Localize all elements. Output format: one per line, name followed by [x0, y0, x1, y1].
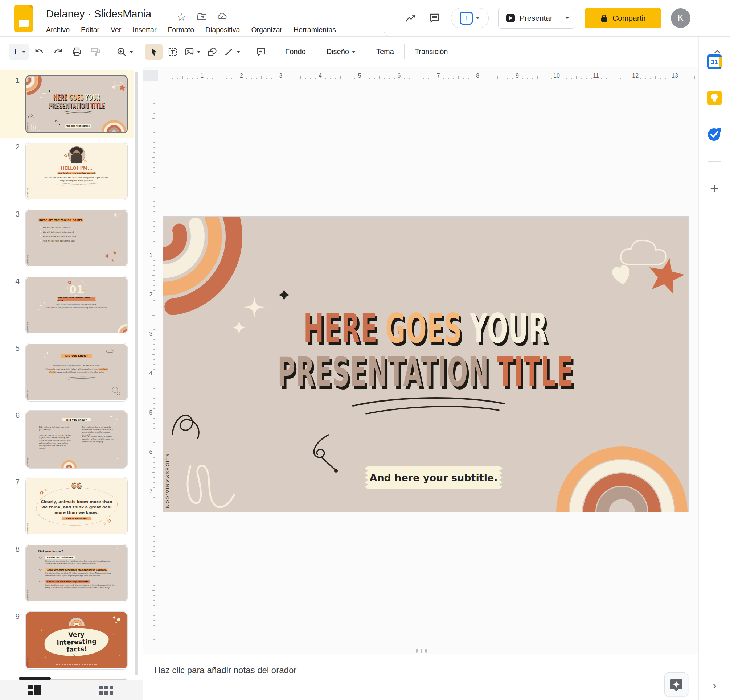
insert-line-button[interactable] [222, 44, 242, 60]
menu-organizar[interactable]: Organizar [251, 26, 282, 34]
undo-button[interactable] [31, 44, 48, 60]
menu-herramientas[interactable]: Herramientas [293, 26, 336, 34]
notes-drag-handle-icon[interactable] [416, 649, 427, 653]
explore-button[interactable] [664, 672, 688, 696]
ruler-tick [483, 77, 483, 79]
keep-icon[interactable] [707, 90, 722, 105]
ruler-tick [423, 77, 424, 79]
ruler-tick [177, 77, 178, 79]
ruler-tick [152, 394, 155, 394]
ruler-tick [153, 487, 155, 488]
main-title-line2[interactable]: PRESENTATIONTITLE [268, 351, 583, 392]
slide-thumbnail-9[interactable]: Very interesting facts!✦✦✦✦SLIDESMANIA.C… [25, 611, 128, 669]
thumbnail-surface: ✿✿HELLO! I'M...Here is where you introdu… [26, 143, 127, 199]
document-title[interactable]: Delaney · SlidesMania [46, 8, 151, 20]
zoom-button[interactable] [115, 44, 134, 60]
move-folder-icon[interactable] [197, 11, 209, 22]
paint-format-button[interactable] [87, 44, 105, 60]
speaker-notes-input[interactable]: Haz clic para añadir notas del orador [154, 665, 296, 675]
svg-text:31: 31 [711, 59, 718, 66]
transition-button[interactable]: Transición [410, 44, 453, 60]
ruler-tick [409, 77, 410, 79]
ruler-tick [601, 77, 602, 79]
stats-icon[interactable] [403, 11, 418, 25]
menu-archivo[interactable]: Archivo [46, 26, 70, 34]
slide-thumbnail-5[interactable]: Did you know?✦✦Did you know that elephan… [25, 343, 128, 401]
ruler-tick [153, 122, 155, 123]
tasks-icon[interactable] [707, 127, 722, 142]
text-box-button[interactable] [164, 44, 181, 60]
theme-button[interactable]: Tema [371, 44, 399, 60]
background-button[interactable]: Fondo [280, 44, 311, 60]
account-avatar[interactable]: K [671, 8, 691, 28]
ruler-tick [153, 403, 155, 404]
add-addon-icon[interactable]: + [710, 181, 719, 196]
insert-shape-button[interactable] [204, 44, 221, 60]
fact-title: Koalas are even more lazy than cats. [45, 580, 91, 583]
main-title-line1[interactable]: HEREGOESYOUR [268, 308, 583, 349]
select-tool-button[interactable] [145, 44, 162, 60]
print-button[interactable] [68, 44, 86, 60]
present-to-meeting-button[interactable]: ↑ [451, 8, 489, 28]
ruler-tick [153, 133, 155, 133]
star-outline-icon[interactable]: ☆ [177, 11, 188, 22]
filmstrip-hscrollbar[interactable] [19, 677, 51, 680]
slide-thumbnail-2[interactable]: ✿✿HELLO! I'M...Here is where you introdu… [25, 142, 128, 200]
menu-ver[interactable]: Ver [111, 26, 121, 34]
main-title-line2[interactable]: PRESENTATIONTITLE [47, 102, 107, 109]
redo-button[interactable] [49, 44, 67, 60]
menu-editar[interactable]: Editar [81, 26, 99, 34]
ruler-number: 8 [473, 73, 482, 79]
layout-button[interactable]: Diseño [321, 44, 361, 60]
add-slide-button[interactable]: + [9, 44, 29, 60]
present-button[interactable]: Presentar [498, 7, 575, 29]
ruler-tick [153, 305, 155, 305]
filmstrip-view-icon[interactable] [28, 685, 41, 695]
ruler-tick [547, 77, 548, 79]
ruler-tick [153, 546, 155, 547]
ruler-tick [680, 77, 680, 79]
ruler-tick [153, 329, 155, 330]
slide-thumbnail-4[interactable]: 01✿✿We will talk about this first.Add a … [25, 276, 128, 334]
menu-formato[interactable]: Formato [168, 26, 194, 34]
share-button[interactable]: Compartir [584, 8, 661, 28]
slide-thumbnail-8[interactable]: Did you know?Pandas don't hibernate.When… [25, 544, 128, 602]
subtitle-tape[interactable]: And here your subtitle. [65, 124, 91, 128]
ruler-tick [153, 467, 155, 468]
slides-logo-icon[interactable] [14, 5, 34, 32]
comments-icon[interactable] [427, 11, 442, 25]
slide-thumbnail-7[interactable]: 66Clearly, animals know more than we thi… [25, 477, 128, 535]
filmstrip-scrollbar[interactable] [135, 72, 138, 675]
ruler-tick [443, 77, 444, 79]
ruler-tick [153, 369, 155, 370]
ruler-tick [153, 438, 155, 439]
side-panel-open-icon[interactable]: › [712, 679, 717, 692]
main-title-line1[interactable]: HEREGOESYOUR [47, 93, 107, 101]
menu-diapositiva[interactable]: Diapositiva [205, 26, 240, 34]
slidesmania-watermark: SLIDESMANIA.COM [27, 188, 28, 199]
ruler-tick [571, 77, 572, 79]
slide-thumbnail-1[interactable]: HEREGOESYOURPRESENTATIONTITLEAnd here yo… [25, 75, 128, 133]
slide-thumbnail-3[interactable]: These are the talking points.We will tal… [25, 209, 128, 267]
filmstrip-bottom-bar [0, 680, 143, 700]
ruler-tick [153, 388, 155, 389]
filmstrip-panel: 1HEREGOESYOURPRESENTATIONTITLEAnd here y… [0, 67, 144, 680]
subtitle-tape[interactable]: And here your subtitle. [365, 466, 502, 489]
ruler-tick [153, 206, 155, 207]
title-word: YOUR [470, 308, 548, 349]
ruler-tick [153, 516, 155, 517]
insert-image-button[interactable] [183, 44, 202, 60]
slidesmania-watermark: SLIDESMANIA.COM [27, 389, 28, 400]
insert-comment-button[interactable] [252, 44, 270, 60]
current-slide[interactable]: HEREGOESYOURPRESENTATIONTITLEAnd here yo… [162, 216, 689, 512]
ruler-tick [187, 77, 188, 79]
collapse-toolbar-icon[interactable] [712, 47, 723, 57]
slide-thumbnail-6[interactable]: Did you know?Did you know that dogs can … [25, 410, 128, 469]
cloud-saved-icon[interactable] [217, 11, 228, 22]
top-right-action-panel: ↑ Presentar Compartir K [384, 0, 730, 36]
ruler-tick [153, 507, 155, 508]
grid-view-icon[interactable] [99, 686, 113, 694]
menu-insertar[interactable]: Insertar [133, 26, 156, 34]
present-dropdown[interactable] [559, 8, 575, 28]
slide-number-label: 8 [7, 545, 20, 553]
